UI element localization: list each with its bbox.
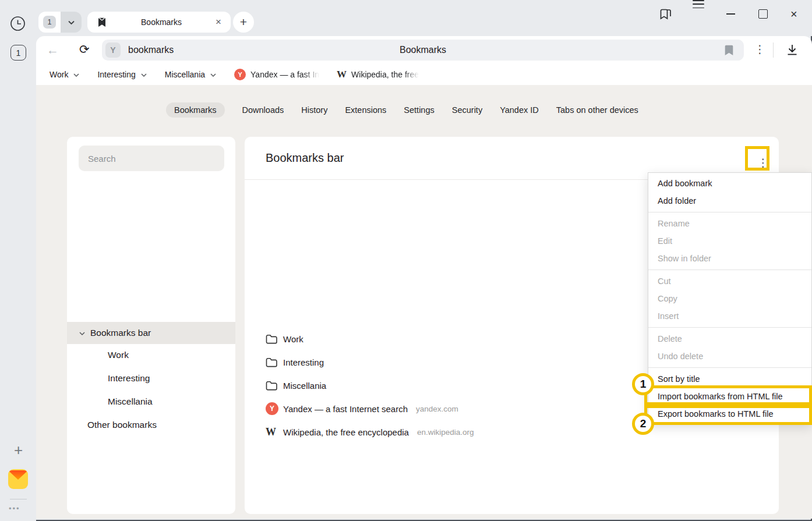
- tab-close-icon[interactable]: ×: [213, 16, 224, 28]
- favbar-folder-work[interactable]: Work: [50, 70, 80, 79]
- browser-tab-bookmarks[interactable]: Bookmarks ×: [87, 12, 231, 33]
- reload-button[interactable]: ⟳: [79, 43, 90, 55]
- folder-icon: [266, 357, 277, 367]
- wikipedia-favicon: W: [337, 69, 347, 80]
- menu-item-edit[interactable]: Edit: [648, 232, 811, 250]
- close-window-button[interactable]: ×: [790, 0, 797, 28]
- history-clock-icon[interactable]: [10, 16, 26, 31]
- tab-group[interactable]: 1: [38, 12, 82, 33]
- workspace-badge[interactable]: 1: [10, 45, 26, 61]
- menu-item-cut[interactable]: Cut: [648, 272, 811, 290]
- chevron-down-icon: [73, 73, 80, 77]
- yandex-mail-icon[interactable]: [8, 469, 28, 489]
- tab-count-badge: 1: [43, 16, 56, 29]
- favbar-folder-interesting[interactable]: Interesting: [97, 70, 147, 79]
- chevron-down-icon: [68, 20, 75, 25]
- folder-icon: [266, 334, 277, 344]
- bookmarks-panel-icon: [659, 8, 673, 20]
- rail-add-button[interactable]: +: [10, 442, 26, 458]
- new-tab-button[interactable]: +: [233, 12, 254, 33]
- yandex-favicon: Y: [266, 402, 278, 415]
- maximize-button[interactable]: [758, 0, 768, 28]
- back-button[interactable]: ←: [47, 44, 59, 56]
- browser-window: 1 Bookmarks × +: [0, 0, 812, 521]
- tab-history[interactable]: History: [301, 105, 327, 115]
- sidebar-rail: 1 + •••: [0, 0, 36, 521]
- bookmark-row-work[interactable]: Work: [266, 327, 303, 350]
- downloads-icon[interactable]: [785, 43, 799, 57]
- page-title: Bookmarks: [102, 45, 744, 55]
- favbar-folder-miscellania[interactable]: Miscellania: [165, 70, 217, 79]
- search-input[interactable]: [79, 146, 224, 171]
- browser-menu-button[interactable]: [693, 0, 704, 28]
- tree-item-miscellania[interactable]: Miscellania: [67, 390, 235, 413]
- rail-divider: [10, 499, 27, 499]
- menu-item-undo-delete[interactable]: Undo delete: [648, 348, 811, 365]
- menu-item-show-in-folder[interactable]: Show in folder: [648, 250, 811, 267]
- tree-item-work[interactable]: Work: [67, 343, 235, 367]
- toolbar-divider: [773, 42, 774, 58]
- bookmark-domain: en.wikipedia.org: [417, 428, 474, 437]
- tab-group-expand-button[interactable]: [61, 12, 82, 33]
- menu-item-add-folder[interactable]: Add folder: [648, 192, 811, 210]
- tab-settings[interactable]: Settings: [404, 105, 434, 115]
- address-bar[interactable]: Y bookmarks Bookmarks: [102, 40, 744, 61]
- menu-item-add-bookmark[interactable]: Add bookmark: [648, 175, 811, 192]
- bookmark-row-interesting[interactable]: Interesting: [266, 350, 324, 374]
- bookmark-domain: yandex.com: [416, 405, 458, 413]
- bookmark-row-wikipedia[interactable]: W Wikipedia, the free encyclopedia en.wi…: [266, 420, 474, 444]
- wikipedia-favicon: W: [266, 426, 276, 438]
- settings-nav-tabs: Bookmarks Downloads History Extensions S…: [166, 101, 638, 118]
- chevron-down-icon: [79, 331, 86, 336]
- minimize-button[interactable]: [726, 0, 735, 28]
- favbar-link-yandex[interactable]: Y Yandex — a fast In: [234, 69, 319, 80]
- yandex-favicon: Y: [234, 69, 246, 80]
- tab-group-counter[interactable]: 1: [38, 12, 61, 33]
- minimize-icon: [726, 13, 735, 15]
- folder-icon: [266, 381, 277, 391]
- menu-item-copy[interactable]: Copy: [648, 290, 811, 307]
- rail-more-button[interactable]: •••: [9, 504, 20, 513]
- tree-item-interesting[interactable]: Interesting: [67, 367, 235, 390]
- tab-bookmarks[interactable]: Bookmarks: [166, 102, 225, 118]
- bookmark-flag-icon[interactable]: [725, 45, 733, 56]
- panel-heading: Bookmarks bar: [266, 151, 344, 165]
- chevron-down-icon: [210, 73, 217, 77]
- tab-security[interactable]: Security: [452, 105, 482, 115]
- tab-strip: 1 Bookmarks × +: [0, 0, 812, 36]
- tab-title: Bookmarks: [110, 17, 213, 27]
- bookmarks-tree-panel: Bookmarks bar Work Interesting Miscellan…: [67, 137, 235, 514]
- tab-other-devices[interactable]: Tabs on other devices: [556, 105, 638, 115]
- favbar-link-wikipedia[interactable]: W Wikipedia, the free: [337, 69, 419, 80]
- tree-item-bookmarks-bar[interactable]: Bookmarks bar: [67, 322, 235, 344]
- bookmark-row-yandex[interactable]: Y Yandex — a fast Internet search yandex…: [266, 397, 458, 420]
- menu-divider: [648, 270, 811, 270]
- tab-downloads[interactable]: Downloads: [242, 105, 284, 115]
- annotation-box-more-button: [745, 146, 769, 171]
- address-more-button[interactable]: ⋮: [754, 42, 765, 56]
- chevron-down-icon: [140, 73, 147, 77]
- close-icon: ×: [790, 8, 797, 20]
- annotation-step-1: 1: [632, 373, 654, 395]
- menu-divider: [648, 327, 811, 328]
- hamburger-icon: [693, 0, 704, 1]
- annotation-box-export: [644, 405, 812, 425]
- bookmark-row-miscellania[interactable]: Miscellania: [266, 374, 326, 397]
- maximize-icon: [758, 9, 768, 19]
- menu-item-rename[interactable]: Rename: [648, 215, 811, 232]
- url-text: bookmarks: [128, 45, 174, 55]
- bookmark-icon: [98, 17, 106, 27]
- tab-yandex-id[interactable]: Yandex ID: [500, 105, 539, 115]
- menu-item-insert[interactable]: Insert: [648, 307, 811, 325]
- annotation-step-2: 2: [632, 413, 654, 435]
- favorites-bar: Work Interesting Miscellania Y Yandex — …: [36, 64, 812, 85]
- tab-extensions[interactable]: Extensions: [345, 105, 386, 115]
- menu-item-delete[interactable]: Delete: [648, 330, 811, 348]
- menu-divider: [648, 367, 811, 368]
- tree-item-other-bookmarks[interactable]: Other bookmarks: [67, 413, 235, 437]
- annotation-box-import: [644, 385, 812, 405]
- side-panel-bookmarks-button[interactable]: [659, 0, 673, 28]
- menu-divider: [648, 212, 811, 212]
